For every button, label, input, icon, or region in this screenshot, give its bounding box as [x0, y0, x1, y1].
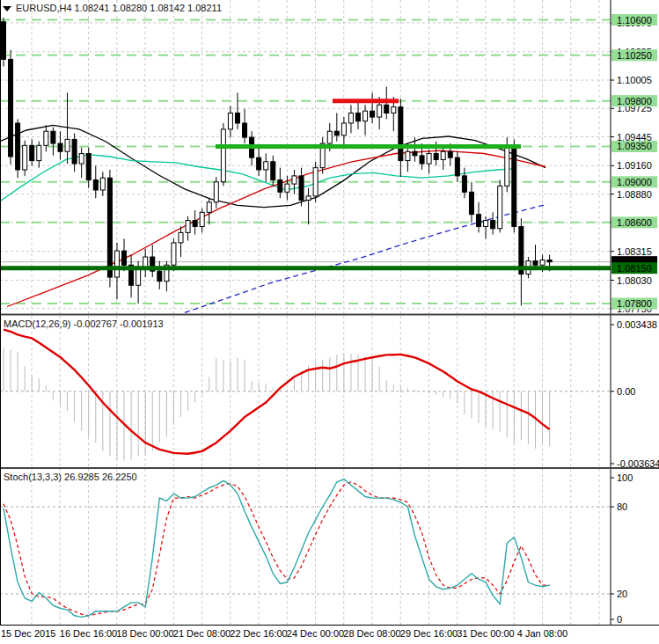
chart-window: 1.105701.102851.100051.097251.094451.091… [0, 0, 659, 644]
date-tick-label: 15 Dec 2015 [1, 628, 55, 639]
svg-text:1.10600: 1.10600 [617, 15, 652, 26]
stoch-label: Stoch(13,3,3) 26.9285 26.2250 [4, 472, 137, 482]
date-tick-label: 16 Dec 16:00 [60, 628, 117, 639]
chevron-down-icon[interactable] [3, 6, 11, 11]
sr-price-tag: 1.09350 [611, 141, 657, 152]
date-tick-label: 31 Dec 00:00 [457, 628, 514, 639]
date-tick-label: 22 Dec 16:00 [230, 628, 287, 639]
price-axis: 1.105701.102851.100051.097251.094451.091… [611, 0, 659, 625]
macd-panel [0, 330, 611, 461]
macd-label: MACD(12,26,9) -0.002767 -0.001913 [4, 318, 164, 329]
time-axis: 15 Dec 201516 Dec 16:0018 Dec 00:0021 De… [1, 628, 567, 639]
stoch-scale-label: 20 [617, 589, 627, 599]
sr-price-tag: 1.07800 [611, 298, 657, 310]
stoch-header: Stoch(13,3,3) 26.9285 26.2250 [4, 472, 137, 483]
stoch-scale-label: 100 [617, 472, 633, 483]
price-tick-label: 1.08880 [617, 189, 652, 200]
price-tick-label: 1.08315 [617, 246, 652, 257]
price-tick-label: 1.09160 [617, 160, 652, 171]
macd-scale-label: 0.00 [617, 386, 635, 397]
stoch-signal-line [4, 482, 550, 616]
symbol-ohlc-label: EURUSD,H4 1.08241 1.08280 1.08142 1.0821… [16, 3, 222, 13]
date-tick-label: 28 Dec 08:00 [343, 628, 400, 639]
svg-text:1.08150: 1.08150 [617, 263, 652, 274]
date-tick-label: 21 Dec 08:00 [173, 628, 231, 639]
sr-price-tag: 1.09000 [611, 176, 657, 187]
date-tick-label: 24 Dec 00:00 [287, 628, 344, 639]
date-tick-label: 18 Dec 00:00 [116, 628, 173, 639]
stoch-scale-label: 80 [617, 501, 627, 512]
svg-text:1.07800: 1.07800 [617, 298, 652, 309]
date-tick-label: 4 Jan 08:00 [517, 628, 568, 639]
candles-layer [2, 18, 553, 305]
sr-price-tag: 1.08600 [611, 216, 657, 228]
stoch-scale-label: 0 [617, 614, 622, 625]
date-tick-label: 29 Dec 16:00 [400, 628, 458, 639]
grid-layer [0, 0, 611, 625]
support-price-tag: 1.08150 [611, 262, 657, 274]
panel-borders [0, 0, 659, 626]
stoch-main-line [4, 479, 550, 618]
symbol-header: EURUSD,H4 1.08241 1.08280 1.08142 1.0821… [3, 3, 222, 14]
svg-text:1.10250: 1.10250 [617, 50, 652, 61]
macd-scale-label: 0.003438 [617, 319, 657, 330]
svg-text:1.09800: 1.09800 [617, 96, 652, 106]
svg-text:1.08600: 1.08600 [617, 217, 652, 228]
sr-price-tag: 1.10600 [611, 14, 657, 26]
svg-text:1.09000: 1.09000 [617, 177, 652, 187]
stoch-panel [0, 479, 611, 618]
svg-text:1.09350: 1.09350 [617, 141, 652, 151]
macd-header: MACD(12,26,9) -0.002767 -0.001913 [4, 318, 164, 330]
price-tick-label: 1.08030 [617, 275, 652, 286]
sr-price-tag: 1.10250 [611, 49, 657, 61]
sr-price-tag: 1.09800 [611, 95, 657, 106]
price-tick-label: 1.10005 [617, 75, 652, 85]
